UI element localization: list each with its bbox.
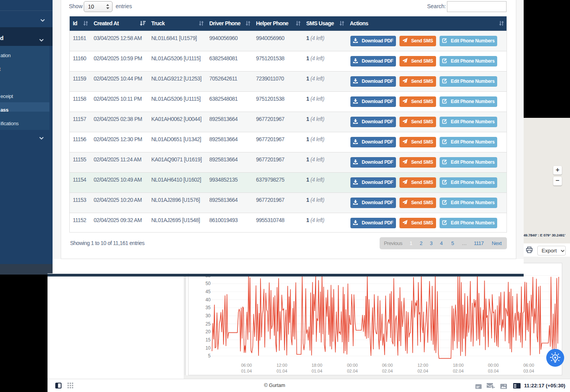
svg-text:15: 15 <box>206 337 211 343</box>
svg-text:00:00: 00:00 <box>347 363 358 368</box>
svg-text:12:00: 12:00 <box>276 363 287 368</box>
svg-text:03.04: 03.04 <box>523 369 534 373</box>
svg-text:5: 5 <box>208 353 211 359</box>
svg-text:06:00: 06:00 <box>523 363 534 368</box>
svg-text:02.04: 02.04 <box>382 369 393 373</box>
svg-text:00:00: 00:00 <box>488 363 499 368</box>
svg-text:12:00: 12:00 <box>417 363 428 368</box>
svg-text:20: 20 <box>206 329 211 334</box>
svg-text:02.04: 02.04 <box>347 369 358 373</box>
svg-text:30: 30 <box>206 313 211 318</box>
svg-text:18:00: 18:00 <box>453 363 464 368</box>
svg-text:01.04: 01.04 <box>311 369 322 373</box>
svg-text:10: 10 <box>206 345 211 351</box>
svg-text:45: 45 <box>206 289 211 294</box>
svg-text:02.04: 02.04 <box>417 369 428 373</box>
svg-text:40: 40 <box>206 297 211 303</box>
svg-text:02.04: 02.04 <box>453 369 464 373</box>
svg-text:25: 25 <box>206 321 211 327</box>
svg-text:03.04: 03.04 <box>488 369 499 373</box>
svg-text:50: 50 <box>206 281 211 286</box>
svg-text:35: 35 <box>206 305 211 310</box>
svg-text:01.04: 01.04 <box>276 369 287 373</box>
svg-text:06:00: 06:00 <box>241 363 252 368</box>
svg-text:18:00: 18:00 <box>311 363 322 368</box>
svg-text:01.04: 01.04 <box>241 369 252 373</box>
svg-text:06:00: 06:00 <box>382 363 393 368</box>
